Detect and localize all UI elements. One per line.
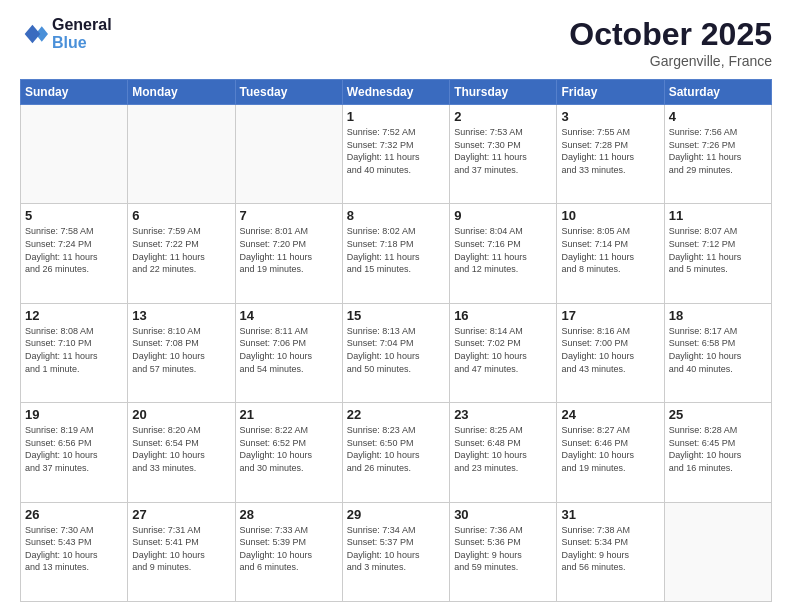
- day-number: 6: [132, 208, 230, 223]
- day-number: 29: [347, 507, 445, 522]
- day-number: 8: [347, 208, 445, 223]
- day-info: Sunrise: 8:05 AM Sunset: 7:14 PM Dayligh…: [561, 225, 659, 275]
- calendar-cell: [664, 502, 771, 601]
- day-info: Sunrise: 7:53 AM Sunset: 7:30 PM Dayligh…: [454, 126, 552, 176]
- day-info: Sunrise: 8:11 AM Sunset: 7:06 PM Dayligh…: [240, 325, 338, 375]
- day-info: Sunrise: 8:20 AM Sunset: 6:54 PM Dayligh…: [132, 424, 230, 474]
- calendar-cell: 24Sunrise: 8:27 AM Sunset: 6:46 PM Dayli…: [557, 403, 664, 502]
- calendar-cell: 25Sunrise: 8:28 AM Sunset: 6:45 PM Dayli…: [664, 403, 771, 502]
- day-number: 10: [561, 208, 659, 223]
- calendar-cell: 4Sunrise: 7:56 AM Sunset: 7:26 PM Daylig…: [664, 105, 771, 204]
- day-number: 31: [561, 507, 659, 522]
- calendar-cell: 26Sunrise: 7:30 AM Sunset: 5:43 PM Dayli…: [21, 502, 128, 601]
- week-row-3: 19Sunrise: 8:19 AM Sunset: 6:56 PM Dayli…: [21, 403, 772, 502]
- day-number: 3: [561, 109, 659, 124]
- header: General Blue October 2025 Gargenville, F…: [20, 16, 772, 69]
- day-info: Sunrise: 8:01 AM Sunset: 7:20 PM Dayligh…: [240, 225, 338, 275]
- day-number: 24: [561, 407, 659, 422]
- day-info: Sunrise: 8:19 AM Sunset: 6:56 PM Dayligh…: [25, 424, 123, 474]
- weekday-header-saturday: Saturday: [664, 80, 771, 105]
- weekday-header-monday: Monday: [128, 80, 235, 105]
- day-number: 20: [132, 407, 230, 422]
- calendar-cell: 31Sunrise: 7:38 AM Sunset: 5:34 PM Dayli…: [557, 502, 664, 601]
- week-row-4: 26Sunrise: 7:30 AM Sunset: 5:43 PM Dayli…: [21, 502, 772, 601]
- day-info: Sunrise: 8:13 AM Sunset: 7:04 PM Dayligh…: [347, 325, 445, 375]
- day-number: 22: [347, 407, 445, 422]
- calendar-cell: 12Sunrise: 8:08 AM Sunset: 7:10 PM Dayli…: [21, 303, 128, 402]
- day-info: Sunrise: 8:02 AM Sunset: 7:18 PM Dayligh…: [347, 225, 445, 275]
- day-info: Sunrise: 7:59 AM Sunset: 7:22 PM Dayligh…: [132, 225, 230, 275]
- day-number: 19: [25, 407, 123, 422]
- day-info: Sunrise: 8:17 AM Sunset: 6:58 PM Dayligh…: [669, 325, 767, 375]
- calendar-cell: 30Sunrise: 7:36 AM Sunset: 5:36 PM Dayli…: [450, 502, 557, 601]
- calendar-cell: 16Sunrise: 8:14 AM Sunset: 7:02 PM Dayli…: [450, 303, 557, 402]
- day-number: 27: [132, 507, 230, 522]
- calendar-cell: 17Sunrise: 8:16 AM Sunset: 7:00 PM Dayli…: [557, 303, 664, 402]
- day-number: 12: [25, 308, 123, 323]
- day-number: 30: [454, 507, 552, 522]
- calendar-cell: [21, 105, 128, 204]
- day-info: Sunrise: 7:30 AM Sunset: 5:43 PM Dayligh…: [25, 524, 123, 574]
- day-number: 16: [454, 308, 552, 323]
- calendar-cell: 22Sunrise: 8:23 AM Sunset: 6:50 PM Dayli…: [342, 403, 449, 502]
- day-info: Sunrise: 8:27 AM Sunset: 6:46 PM Dayligh…: [561, 424, 659, 474]
- calendar-cell: 28Sunrise: 7:33 AM Sunset: 5:39 PM Dayli…: [235, 502, 342, 601]
- calendar-cell: 18Sunrise: 8:17 AM Sunset: 6:58 PM Dayli…: [664, 303, 771, 402]
- day-info: Sunrise: 7:55 AM Sunset: 7:28 PM Dayligh…: [561, 126, 659, 176]
- day-info: Sunrise: 8:22 AM Sunset: 6:52 PM Dayligh…: [240, 424, 338, 474]
- weekday-header-row: SundayMondayTuesdayWednesdayThursdayFrid…: [21, 80, 772, 105]
- day-info: Sunrise: 7:36 AM Sunset: 5:36 PM Dayligh…: [454, 524, 552, 574]
- calendar-cell: 19Sunrise: 8:19 AM Sunset: 6:56 PM Dayli…: [21, 403, 128, 502]
- day-number: 21: [240, 407, 338, 422]
- logo-blue: Blue: [52, 34, 112, 52]
- page: General Blue October 2025 Gargenville, F…: [0, 0, 792, 612]
- month-title: October 2025: [569, 16, 772, 53]
- weekday-header-sunday: Sunday: [21, 80, 128, 105]
- day-info: Sunrise: 7:56 AM Sunset: 7:26 PM Dayligh…: [669, 126, 767, 176]
- day-number: 26: [25, 507, 123, 522]
- day-number: 11: [669, 208, 767, 223]
- day-number: 25: [669, 407, 767, 422]
- day-number: 9: [454, 208, 552, 223]
- day-number: 15: [347, 308, 445, 323]
- calendar-cell: 7Sunrise: 8:01 AM Sunset: 7:20 PM Daylig…: [235, 204, 342, 303]
- day-number: 7: [240, 208, 338, 223]
- calendar-cell: 3Sunrise: 7:55 AM Sunset: 7:28 PM Daylig…: [557, 105, 664, 204]
- week-row-2: 12Sunrise: 8:08 AM Sunset: 7:10 PM Dayli…: [21, 303, 772, 402]
- calendar-table: SundayMondayTuesdayWednesdayThursdayFrid…: [20, 79, 772, 602]
- day-number: 23: [454, 407, 552, 422]
- week-row-0: 1Sunrise: 7:52 AM Sunset: 7:32 PM Daylig…: [21, 105, 772, 204]
- calendar-cell: 27Sunrise: 7:31 AM Sunset: 5:41 PM Dayli…: [128, 502, 235, 601]
- calendar-cell: 9Sunrise: 8:04 AM Sunset: 7:16 PM Daylig…: [450, 204, 557, 303]
- calendar-cell: 5Sunrise: 7:58 AM Sunset: 7:24 PM Daylig…: [21, 204, 128, 303]
- calendar-cell: 11Sunrise: 8:07 AM Sunset: 7:12 PM Dayli…: [664, 204, 771, 303]
- day-number: 28: [240, 507, 338, 522]
- logo: General Blue: [20, 16, 112, 51]
- day-info: Sunrise: 8:14 AM Sunset: 7:02 PM Dayligh…: [454, 325, 552, 375]
- day-info: Sunrise: 8:25 AM Sunset: 6:48 PM Dayligh…: [454, 424, 552, 474]
- day-info: Sunrise: 7:52 AM Sunset: 7:32 PM Dayligh…: [347, 126, 445, 176]
- calendar-cell: 13Sunrise: 8:10 AM Sunset: 7:08 PM Dayli…: [128, 303, 235, 402]
- calendar-cell: 6Sunrise: 7:59 AM Sunset: 7:22 PM Daylig…: [128, 204, 235, 303]
- day-info: Sunrise: 8:04 AM Sunset: 7:16 PM Dayligh…: [454, 225, 552, 275]
- day-number: 14: [240, 308, 338, 323]
- weekday-header-friday: Friday: [557, 80, 664, 105]
- day-info: Sunrise: 7:38 AM Sunset: 5:34 PM Dayligh…: [561, 524, 659, 574]
- day-info: Sunrise: 7:34 AM Sunset: 5:37 PM Dayligh…: [347, 524, 445, 574]
- calendar-cell: 15Sunrise: 8:13 AM Sunset: 7:04 PM Dayli…: [342, 303, 449, 402]
- week-row-1: 5Sunrise: 7:58 AM Sunset: 7:24 PM Daylig…: [21, 204, 772, 303]
- day-number: 2: [454, 109, 552, 124]
- day-number: 1: [347, 109, 445, 124]
- calendar-cell: 23Sunrise: 8:25 AM Sunset: 6:48 PM Dayli…: [450, 403, 557, 502]
- day-info: Sunrise: 8:10 AM Sunset: 7:08 PM Dayligh…: [132, 325, 230, 375]
- day-info: Sunrise: 8:07 AM Sunset: 7:12 PM Dayligh…: [669, 225, 767, 275]
- location: Gargenville, France: [569, 53, 772, 69]
- day-info: Sunrise: 7:58 AM Sunset: 7:24 PM Dayligh…: [25, 225, 123, 275]
- calendar-cell: [128, 105, 235, 204]
- logo-icon: [20, 20, 48, 48]
- day-info: Sunrise: 8:28 AM Sunset: 6:45 PM Dayligh…: [669, 424, 767, 474]
- day-number: 13: [132, 308, 230, 323]
- day-info: Sunrise: 7:33 AM Sunset: 5:39 PM Dayligh…: [240, 524, 338, 574]
- calendar-cell: [235, 105, 342, 204]
- day-info: Sunrise: 8:08 AM Sunset: 7:10 PM Dayligh…: [25, 325, 123, 375]
